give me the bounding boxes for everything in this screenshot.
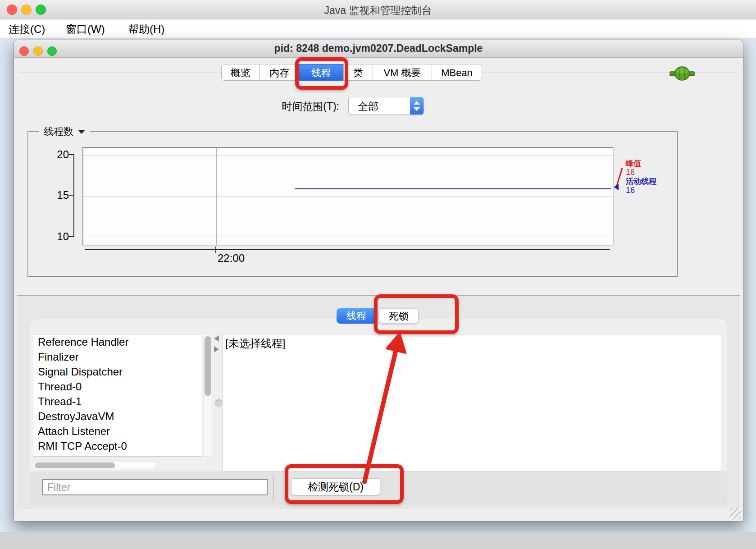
- vertical-scrollbar-thumb[interactable]: [205, 336, 211, 396]
- time-range-select[interactable]: 全部: [348, 97, 424, 115]
- menu-help[interactable]: 帮助(H): [128, 22, 164, 37]
- active-threads-value: 16: [626, 186, 635, 195]
- no-thread-selected-text: [未选择线程]: [225, 336, 285, 351]
- menu-connect[interactable]: 连接(C): [9, 22, 45, 37]
- y-axis-tick: [69, 195, 74, 196]
- splitter-collapse-right-icon[interactable]: [214, 346, 219, 352]
- chart-plot-area: [82, 147, 614, 246]
- chart-title: 线程数: [44, 125, 73, 138]
- x-tick-label: 22:00: [200, 252, 263, 265]
- current-value-marker-icon: [614, 184, 619, 190]
- thread-list-item[interactable]: Attach Listener: [33, 424, 202, 439]
- splitter-collapse-left-icon[interactable]: [214, 335, 219, 342]
- select-stepper-icon: [410, 97, 424, 114]
- tab-mbean[interactable]: MBean: [432, 64, 482, 81]
- thread-count-chart-group: 线程数 20 15 10 22:00 峰值: [27, 131, 678, 277]
- annotation-rect-detect-button: [285, 464, 404, 504]
- filter-input[interactable]: [42, 479, 268, 495]
- gridline: [83, 156, 613, 156]
- tab-overview[interactable]: 概览: [221, 64, 260, 81]
- desktop-bottom-strip: [0, 532, 756, 549]
- resize-grip[interactable]: [729, 508, 741, 519]
- thread-list: Reference Handler Finalizer Signal Dispa…: [33, 334, 202, 457]
- menu-window[interactable]: 窗口(W): [66, 22, 105, 37]
- active-threads-label: 活动线程: [626, 177, 656, 186]
- tab-memory[interactable]: 内存: [260, 64, 299, 81]
- active-threads-series-line: [295, 188, 611, 189]
- screen: Java 监视和管理控制台 连接(C) 窗口(W) 帮助(H) pid: 824…: [0, 0, 756, 549]
- y-tick-10: 10: [51, 230, 69, 243]
- toggle-threads[interactable]: 线程: [337, 308, 376, 324]
- annotation-rect-threads-tab: [295, 57, 348, 90]
- thread-list-item[interactable]: Thread-1: [33, 394, 202, 409]
- time-range-selected-value: 全部: [358, 100, 378, 114]
- x-axis-line: [85, 249, 610, 250]
- menu-bar: 连接(C) 窗口(W) 帮助(H): [0, 19, 756, 38]
- time-range-label: 时间范围(T):: [257, 100, 339, 114]
- peak-value: 16: [626, 168, 635, 177]
- thread-list-item[interactable]: Reference Handler: [33, 334, 202, 349]
- jconsole-process-window: pid: 8248 demo.jvm0207.DeadLockSample 概览…: [14, 40, 743, 522]
- thread-list-item[interactable]: Finalizer: [33, 349, 202, 364]
- horizontal-scrollbar-thumb[interactable]: [35, 462, 115, 468]
- gridline: [83, 196, 613, 197]
- bottom-bar-divider: [273, 475, 274, 501]
- tab-bar: 概览 内存 线程 类 VM 概要 MBean: [221, 64, 482, 81]
- annotation-rect-deadlock-toggle: [374, 294, 459, 334]
- y-axis-line: [73, 154, 74, 237]
- outer-window-title: Java 监视和管理控制台: [0, 4, 756, 18]
- thread-list-item[interactable]: DestroyJavaVM: [33, 409, 202, 424]
- splitter-handle[interactable]: [215, 399, 223, 407]
- chart-metric-dropdown[interactable]: 线程数: [39, 125, 90, 138]
- gridline: [83, 237, 613, 237]
- connection-status-plug-icon: [669, 65, 695, 82]
- y-axis-tick: [69, 154, 74, 155]
- tab-vm-summary[interactable]: VM 概要: [373, 64, 432, 81]
- thread-list-item[interactable]: Signal Dispatcher: [33, 364, 202, 379]
- dropdown-arrow-icon: [78, 130, 85, 134]
- y-tick-20: 20: [51, 148, 69, 161]
- thread-list-item[interactable]: RMI TCP Accept-0: [33, 439, 202, 453]
- peak-label: 峰值: [626, 159, 641, 168]
- y-axis-tick: [69, 236, 74, 237]
- y-tick-15: 15: [51, 189, 69, 201]
- gridline: [216, 148, 217, 245]
- thread-list-item[interactable]: Thread-0: [33, 379, 202, 394]
- inner-titlebar: pid: 8248 demo.jvm0207.DeadLockSample: [14, 40, 743, 58]
- inner-window-title: pid: 8248 demo.jvm0207.DeadLockSample: [14, 42, 743, 55]
- outer-titlebar: Java 监视和管理控制台: [0, 0, 756, 19]
- thread-detail-panel: [未选择线程]: [222, 334, 721, 471]
